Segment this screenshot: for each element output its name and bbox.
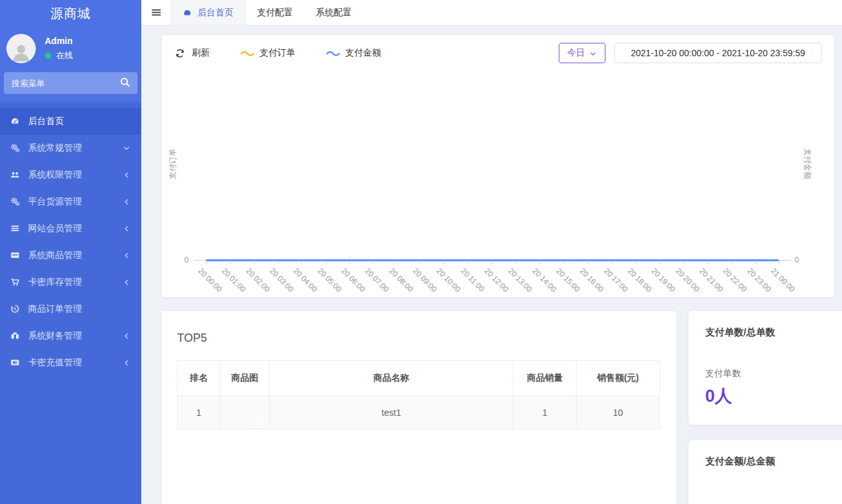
x-axis-label: 20 04:00 [292, 266, 319, 294]
sidebar-item-5[interactable]: 系统商品管理 [0, 242, 141, 269]
x-axis-label: 20 06:00 [339, 266, 367, 294]
x-axis-tick [469, 261, 469, 264]
sidebar-item-9[interactable]: 卡密充值管理 [0, 349, 141, 376]
sidebar-item-8[interactable]: 系统财务管理 [0, 323, 141, 349]
cell-image [220, 396, 269, 429]
x-axis-label: 20 19:00 [650, 266, 677, 294]
chevron-left-icon [123, 171, 131, 179]
sidebar-item-1[interactable]: 系统常规管理 [0, 135, 141, 162]
sidebar-item-7[interactable]: 商品订单管理 [0, 296, 141, 323]
x-axis-tick [373, 261, 373, 264]
legend-label: 支付订单 [260, 47, 295, 59]
left-axis-tick-label: 0 [173, 256, 189, 264]
x-axis-label: 20 18:00 [626, 266, 653, 294]
x-axis-label: 20 02:00 [244, 266, 272, 294]
sidebar: 源商城 Admin 在线 后台首页系统常规管理系统权限管理平台货源管理网站会员管… [0, 0, 141, 504]
x-axis-label: 20 01:00 [220, 266, 247, 294]
column-header-3: 商品销量 [513, 361, 577, 396]
main-content: 刷新 支付订单支付金额 今日 2021-10-20 00:00:00 - 202… [141, 26, 842, 504]
x-axis-label: 20 10:00 [435, 266, 462, 294]
users-icon [10, 170, 22, 180]
tab-1[interactable]: 支付配置 [246, 0, 304, 25]
sidebar-header: 源商城 Admin 在线 [0, 0, 141, 102]
app-logo: 源商城 [0, 0, 141, 30]
cogs-icon [10, 197, 22, 207]
x-axis-label: 20 12:00 [483, 266, 510, 294]
chevron-left-icon [123, 224, 131, 233]
column-header-2: 商品名称 [269, 361, 513, 396]
x-axis-tick [421, 261, 421, 264]
x-axis-tick [588, 261, 588, 264]
x-axis-tick [206, 261, 207, 264]
user-status: 在线 [45, 50, 73, 61]
date-range-input[interactable]: 2021-10-20 00:00:00 - 2021-10-20 23:59:5… [614, 43, 822, 63]
search-icon[interactable] [120, 77, 132, 89]
x-axis-tick [755, 261, 756, 264]
sidebar-item-label: 系统权限管理 [28, 169, 82, 181]
table-row: 1test1110 [178, 396, 660, 429]
sidebar-item-2[interactable]: 系统权限管理 [0, 162, 141, 188]
user-status-label: 在线 [56, 50, 73, 61]
stats-column: 支付单数/总单数支付单数0人支付金额/总金额 [689, 311, 842, 504]
hamburger-icon[interactable] [141, 0, 171, 25]
table-body: 1test1110 [178, 396, 660, 429]
x-axis-tick [254, 261, 254, 264]
x-axis-tick [612, 261, 612, 264]
cart-icon [10, 277, 22, 287]
table-header-row: 排名商品图商品名称商品销量销售额(元) [178, 361, 660, 396]
stat-label: 支付单数 [705, 368, 836, 379]
x-axis-tick [779, 261, 779, 264]
sidebar-item-label: 系统财务管理 [28, 330, 82, 342]
left-axis-title: 支付订单 [168, 145, 178, 183]
x-axis-label: 20 00:00 [196, 266, 224, 294]
user-info: Admin 在线 [45, 36, 73, 61]
x-axis-label: 20 17:00 [602, 266, 630, 294]
x-axis-tick [277, 261, 278, 264]
list-icon [10, 224, 22, 234]
chevron-left-icon [123, 278, 131, 286]
sidebar-item-label: 商品订单管理 [28, 303, 82, 315]
tachometer-icon [183, 8, 193, 17]
search-input[interactable] [4, 72, 137, 94]
sidebar-item-0[interactable]: 后台首页 [0, 108, 141, 135]
chevron-down-icon [589, 49, 597, 57]
topbar-tabs: 后台首页支付配置系统配置 [171, 0, 363, 25]
x-axis-tick [659, 261, 660, 264]
avatar[interactable] [6, 34, 36, 63]
right-axis-tick-label: 0 [795, 256, 810, 264]
date-range-preset-label: 今日 [567, 47, 585, 59]
x-axis-tick [635, 261, 636, 264]
cell-amount: 10 [577, 396, 660, 429]
id-card-icon [10, 250, 22, 261]
tab-0[interactable]: 后台首页 [171, 0, 246, 25]
legend-item-1[interactable]: 支付金额 [326, 47, 381, 59]
binoculars-icon [10, 331, 22, 341]
tab-2[interactable]: 系统配置 [304, 0, 363, 25]
legend-label: 支付金额 [345, 47, 381, 59]
x-axis-label: 20 22:00 [721, 266, 749, 294]
stat-card-1: 支付金额/总金额 [689, 440, 842, 504]
x-axis-label: 20 13:00 [506, 266, 534, 294]
column-header-0: 排名 [178, 361, 221, 396]
x-axis-tick [349, 261, 350, 264]
sidebar-item-4[interactable]: 网站会员管理 [0, 215, 141, 242]
sidebar-item-label: 网站会员管理 [28, 223, 82, 234]
x-axis-tick [492, 261, 493, 264]
legend-item-0[interactable]: 支付订单 [240, 47, 295, 59]
right-axis-title: 支付金额 [802, 145, 813, 183]
sidebar-item-3[interactable]: 平台货源管理 [0, 188, 141, 215]
sidebar-item-6[interactable]: 卡密库存管理 [0, 269, 141, 296]
chevron-left-icon [123, 197, 131, 206]
sidebar-item-label: 卡密库存管理 [28, 277, 82, 288]
tab-label: 支付配置 [257, 7, 293, 19]
top5-table: 排名商品图商品名称商品销量销售额(元) 1test1110 [177, 360, 660, 429]
x-axis-tick [564, 261, 565, 264]
refresh-label: 刷新 [192, 47, 210, 59]
cogs-icon [10, 143, 22, 153]
user-panel: Admin 在线 [0, 30, 141, 72]
refresh-button[interactable]: 刷新 [175, 47, 210, 59]
chevron-left-icon [123, 332, 131, 340]
date-range-preset-button[interactable]: 今日 [559, 43, 605, 63]
stat-card-0: 支付单数/总单数支付单数0人 [689, 311, 842, 425]
x-axis-tick [540, 261, 541, 264]
